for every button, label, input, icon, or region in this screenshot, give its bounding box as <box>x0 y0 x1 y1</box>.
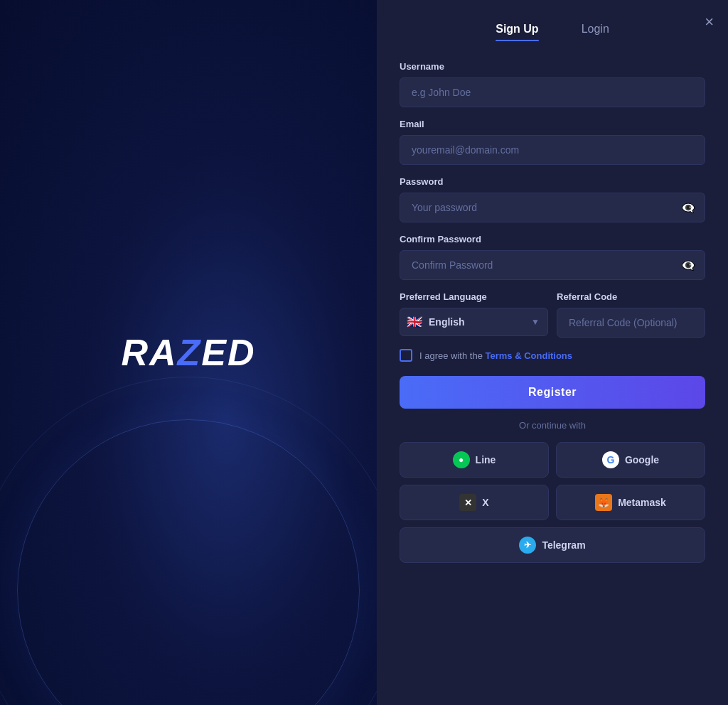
social-buttons: ● Line G Google ✕ X 🦊 Metamask ✈ Telegra… <box>400 442 705 563</box>
language-referral-row: Preferred Language 🇬🇧 English ▼ Referral… <box>400 291 705 338</box>
password-toggle-icon[interactable]: 👁‍🗨 <box>681 201 695 215</box>
confirm-password-toggle-icon[interactable]: 👁‍🗨 <box>681 259 695 272</box>
email-group: Email <box>400 119 705 165</box>
username-group: Username <box>400 61 705 107</box>
terms-link[interactable]: Terms & Conditions <box>486 350 573 361</box>
left-panel: RAZED <box>0 0 377 705</box>
line-button[interactable]: ● Line <box>400 442 549 478</box>
agree-row: I agree with the Terms & Conditions <box>400 349 705 362</box>
line-label: Line <box>476 454 496 465</box>
language-select-wrapper: 🇬🇧 English ▼ <box>400 308 548 336</box>
google-icon: G <box>602 451 619 468</box>
referral-input[interactable] <box>557 308 705 338</box>
email-input[interactable] <box>400 135 705 165</box>
logo: RAZED <box>121 331 255 374</box>
email-label: Email <box>400 119 705 129</box>
confirm-password-label: Confirm Password <box>400 234 705 244</box>
x-icon: ✕ <box>459 494 476 511</box>
social-row-3: ✈ Telegram <box>400 527 705 563</box>
close-button[interactable]: × <box>705 14 714 30</box>
line-icon: ● <box>453 451 470 468</box>
username-input[interactable] <box>400 77 705 107</box>
confirm-password-group: Confirm Password 👁‍🗨 <box>400 234 705 280</box>
logo-text-ra: RA <box>121 332 177 373</box>
telegram-label: Telegram <box>542 539 585 551</box>
social-row-1: ● Line G Google <box>400 442 705 478</box>
tab-login[interactable]: Login <box>582 23 609 41</box>
google-label: Google <box>625 454 659 465</box>
username-label: Username <box>400 61 705 72</box>
logo-text-ed: ED <box>201 332 255 373</box>
password-label: Password <box>400 176 705 187</box>
google-button[interactable]: G Google <box>556 442 705 478</box>
password-group: Password 👁‍🗨 <box>400 176 705 222</box>
x-label: X <box>482 497 488 508</box>
metamask-button[interactable]: 🦊 Metamask <box>556 485 705 520</box>
metamask-icon: 🦊 <box>595 494 612 511</box>
confirm-password-wrapper: 👁‍🗨 <box>400 250 705 280</box>
referral-group: Referral Code <box>557 291 705 338</box>
register-button[interactable]: Register <box>400 376 705 409</box>
metamask-label: Metamask <box>618 497 666 508</box>
agree-checkbox[interactable] <box>400 349 412 362</box>
x-button[interactable]: ✕ X <box>400 485 549 520</box>
password-input[interactable] <box>400 193 705 222</box>
language-group: Preferred Language 🇬🇧 English ▼ <box>400 291 548 338</box>
social-row-2: ✕ X 🦊 Metamask <box>400 485 705 520</box>
referral-label: Referral Code <box>557 291 705 302</box>
language-label: Preferred Language <box>400 291 548 302</box>
password-wrapper: 👁‍🗨 <box>400 193 705 222</box>
language-select[interactable]: English <box>400 308 548 336</box>
or-divider: Or continue with <box>400 420 705 431</box>
tab-bar: Sign Up Login <box>400 23 705 41</box>
confirm-password-input[interactable] <box>400 250 705 280</box>
tab-signup[interactable]: Sign Up <box>496 23 538 41</box>
telegram-button[interactable]: ✈ Telegram <box>400 527 705 563</box>
logo-text-z: Z <box>178 332 202 373</box>
telegram-icon: ✈ <box>519 537 536 554</box>
agree-text: I agree with the Terms & Conditions <box>419 350 572 361</box>
modal-panel: × Sign Up Login Username Email Password … <box>377 0 728 705</box>
